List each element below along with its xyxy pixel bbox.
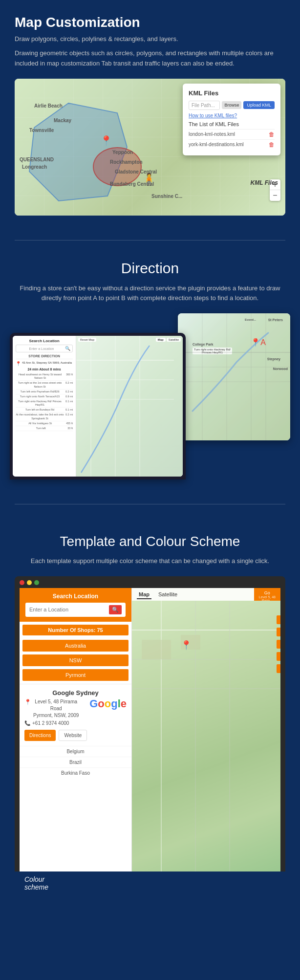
orange-bar-1 (277, 615, 280, 624)
dir-step-row: Head southwest on Henry St toward Nelson… (16, 372, 73, 381)
map-container: 📍 Airlie Beach Mackay Townsville QUEENSL… (15, 79, 285, 216)
go-btn-text: Go (259, 590, 276, 595)
kml-how-to-link[interactable]: How to use KML files? (189, 113, 275, 118)
dir-map-bg (76, 336, 183, 477)
dir-step-text: Turn right at the 1st cross street onto … (16, 381, 64, 388)
section1-title: Map Customization (15, 15, 285, 30)
laptop-frame: Search Location Enter a Location 🔍 STORE… (10, 333, 186, 479)
dir-tab-satellite[interactable]: Satellite (167, 338, 181, 342)
svg-rect-20 (142, 640, 171, 659)
dir-address: 📍 43 Ann St, Stepney SA 5069, Australia (16, 361, 73, 366)
app-left-panel: Search Location 🔍 Number Of Shops: 75 Au… (20, 588, 132, 871)
dir-section-title: STORE DIRECTION (16, 354, 73, 359)
store-phone-row: 📞 +61 2 9374 4000 (24, 720, 127, 726)
kml-browse-button[interactable]: Browse (222, 101, 241, 109)
dir-time: 24 min About 8 mins (16, 368, 73, 371)
dir-step-text: Turn right onto North Terrace/A15 (16, 395, 64, 398)
store-address-text: Level 5, 48 PirramaRoadPyrmont, NSW, 200… (33, 698, 79, 719)
dir-step-text: Head southwest on Henry St toward Nelson… (16, 373, 64, 380)
dir-step-row: Turn left33 ft (16, 426, 73, 431)
map-panel-float: St Peters Evand... College Park Stepney … (178, 313, 290, 440)
dir-search-input-text[interactable]: Enter a Location (18, 347, 65, 350)
store-phone-text: +61 2 9374 4000 (32, 720, 69, 726)
dir-tab-map[interactable]: Map (156, 338, 166, 342)
kml-file-name-2: york-kml-destinations.kml (189, 142, 244, 147)
dot-yellow (27, 580, 32, 585)
store-website-button[interactable]: Website (59, 730, 87, 741)
section1-body: Drawing geometric objects such as circle… (15, 48, 285, 69)
store-actions: Directions Website (24, 730, 127, 741)
app-search-header: Search Location 🔍 (20, 588, 131, 622)
dir-step-dist: 0.2 mi (65, 413, 73, 420)
app-tab-satellite[interactable]: Satellite (156, 590, 179, 599)
kml-upload-button[interactable]: Upload KML (243, 101, 275, 109)
orange-bar-4 (277, 652, 280, 661)
store-card: Google Sydney 📍 Level 5, 48 PirramaRoadP… (20, 684, 131, 746)
map-label-sunshine: Sunshine C... (151, 194, 182, 199)
store-directions-button[interactable]: Directions (24, 730, 56, 741)
app-right-panel: Map Satellite Go Level 5, 48Pyrm... (132, 588, 280, 871)
dir-step-text: At the roundabout, take the 3rd exit ont… (16, 413, 64, 420)
colour-scheme-italic-label: Colourscheme (24, 875, 48, 891)
browser-frame: Search Location 🔍 Number Of Shops: 75 Au… (15, 576, 285, 871)
laptop-screen: Search Location Enter a Location 🔍 STORE… (13, 336, 183, 477)
kml-arrow-label: KML Files (251, 179, 278, 186)
direction-demo: St Peters Evand... College Park Stepney … (15, 313, 285, 479)
dir-step-text: Turn left onto Payneham Rd/B26 (16, 390, 64, 393)
store-address-row: 📍 Level 5, 48 PirramaRoadPyrmont, NSW, 2… (24, 698, 127, 719)
map-pin: 📍 (100, 135, 112, 147)
dir-step-dist: 0.2 mi (65, 390, 73, 393)
dir-step-row: At the roundabout, take the 3rd exit ont… (16, 413, 73, 421)
store-name: Google Sydney (24, 689, 127, 697)
divider-2 (15, 504, 285, 504)
dir-step-text: Turn right onto Hackney Rd/ Princes Hwy/… (16, 400, 64, 407)
kml-delete-1[interactable]: 🗑 (269, 131, 275, 138)
section-map-customization: Map Customization Draw polygons, circles… (0, 0, 300, 225)
dir-address-text: 43 Ann St, Stepney SA 5069, Australia (22, 361, 72, 365)
app-search-button[interactable]: 🔍 (109, 605, 122, 614)
kml-delete-2[interactable]: 🗑 (269, 141, 275, 148)
map-marker-right: 📍 (181, 640, 192, 651)
app-ui: Search Location 🔍 Number Of Shops: 75 Au… (20, 588, 280, 871)
store-phone-icon: 📞 (24, 720, 30, 726)
app-city-button[interactable]: Pyrmont (22, 669, 129, 681)
country-item-belgium[interactable]: Belgium (20, 746, 131, 757)
section-template: Template and Colour Scheme Each template… (0, 519, 300, 905)
dir-step-text: Turn left on Bundeys Rd (16, 408, 64, 412)
app-map-bg: 📍 (132, 601, 280, 871)
app-country-button[interactable]: Australia (22, 640, 129, 652)
kml-file-path: File Path... (189, 101, 220, 110)
zoom-out-button[interactable]: − (270, 190, 280, 201)
dot-green (34, 580, 39, 585)
country-item-brazil[interactable]: Brazil (20, 757, 131, 767)
kml-file-name-1: london-kml-notes.kml (189, 131, 235, 137)
dir-reset-button[interactable]: Reset Map (78, 338, 96, 342)
dir-step-dist: 33 ft (67, 427, 73, 430)
country-item-burkina[interactable]: Burkina Faso (20, 767, 131, 778)
kml-title: KML Files (189, 89, 275, 97)
map-panel-bg: St Peters Evand... College Park Stepney … (178, 313, 290, 440)
google-logo: Google (89, 698, 127, 709)
store-pin-icon: 📍 (24, 699, 31, 705)
colour-scheme-label: Colourscheme (15, 871, 285, 895)
dir-step-dist: 0.1 mi (65, 408, 73, 412)
dir-step-dist: 455 ft (66, 422, 73, 425)
dir-step-dist: 0.9 mi (65, 395, 73, 398)
dir-step-text: Turn left (16, 427, 66, 430)
kml-list-title: The List of KML Files (189, 121, 275, 127)
app-tab-map[interactable]: Map (137, 590, 151, 599)
dir-step-dist: 0.1 mi (65, 400, 73, 407)
dir-step-text: All Via Innittigaro St (16, 422, 64, 425)
app-search-input[interactable] (29, 607, 109, 612)
direction-sidebar: Search Location Enter a Location 🔍 STORE… (13, 336, 76, 477)
app-search-box: 🔍 (25, 603, 126, 617)
dir-step-dist: 0.2 mi (65, 381, 73, 388)
orange-bar-3 (277, 640, 280, 649)
fake-map: 📍 Airlie Beach Mackay Townsville QUEENSL… (15, 79, 285, 216)
kml-file-row-2: york-kml-destinations.kml 🗑 (189, 139, 275, 150)
dir-map-roads-svg (76, 336, 183, 477)
app-state-button[interactable]: NSW (22, 654, 129, 666)
dir-search-icon: 🔍 (65, 346, 70, 351)
dir-step-row: All Via Innittigaro St455 ft (16, 421, 73, 426)
kml-file-input-row: File Path... Browse Upload KML (189, 101, 275, 110)
